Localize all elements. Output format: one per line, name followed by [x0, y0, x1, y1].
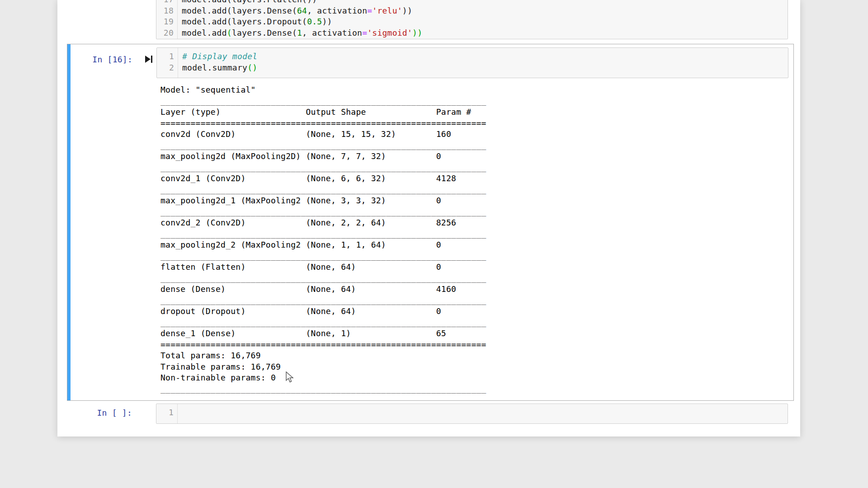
selected-cell-indicator-bar — [67, 44, 71, 400]
line-number-gutter: 17181920 — [156, 0, 178, 39]
code-area[interactable] — [178, 404, 788, 423]
play-bar-icon — [151, 56, 152, 63]
line-number-gutter: 1 — [156, 404, 178, 423]
mouse-cursor-icon — [285, 371, 296, 383]
code-area[interactable]: # Display modelmodel.summary() — [178, 48, 788, 78]
input-prompt: In [16]: — [75, 55, 132, 64]
code-editor-empty[interactable]: 1 — [156, 404, 788, 424]
code-area[interactable]: model.add(layers.Flatten())model.add(lay… — [178, 0, 788, 39]
input-prompt: In [ ]: — [75, 408, 132, 418]
code-editor-16[interactable]: 12 # Display modelmodel.summary() — [156, 47, 788, 78]
notebook-page: 17181920 model.add(layers.Flatten())mode… — [57, 0, 800, 436]
line-number-gutter: 12 — [157, 48, 178, 78]
code-cell-16: In [16]: 12 # Display modelmodel.summary… — [67, 44, 794, 401]
run-cell-icon[interactable] — [145, 55, 154, 64]
code-editor-partial[interactable]: 17181920 model.add(layers.Flatten())mode… — [156, 0, 788, 39]
model-summary-output: Model: "sequential" ____________________… — [160, 84, 486, 394]
play-triangle-icon — [145, 56, 151, 63]
notebook-viewport: 17181920 model.add(layers.Flatten())mode… — [0, 0, 868, 488]
